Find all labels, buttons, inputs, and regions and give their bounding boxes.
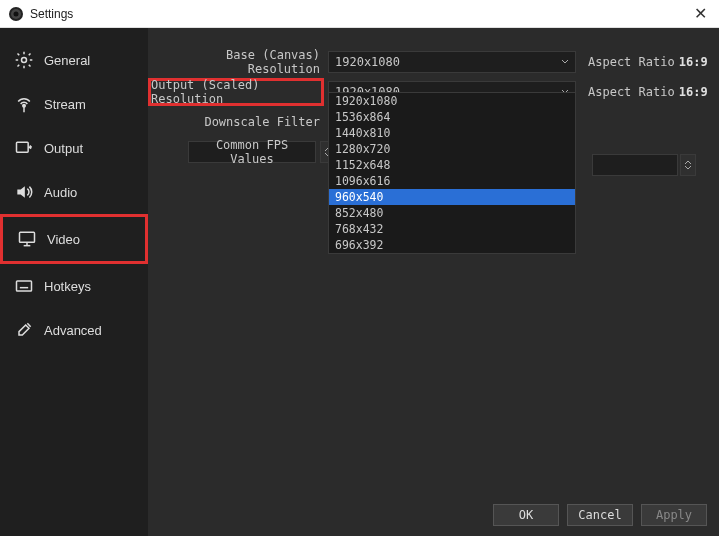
speaker-icon <box>14 182 34 202</box>
svg-rect-6 <box>17 142 29 152</box>
fps-label-wrap: Common FPS Values <box>188 141 318 163</box>
fps-value-combo[interactable] <box>592 154 678 176</box>
base-resolution-row: Base (Canvas) Resolution 1920x1080 Aspec… <box>148 48 719 76</box>
sidebar-item-stream[interactable]: Stream <box>0 82 148 126</box>
monitor-icon <box>17 229 37 249</box>
dropdown-option[interactable]: 852x480 <box>329 205 575 221</box>
sidebar-item-label: Video <box>47 232 80 247</box>
gear-icon <box>14 50 34 70</box>
base-resolution-label: Base (Canvas) Resolution <box>148 48 328 76</box>
svg-rect-7 <box>20 232 35 242</box>
dropdown-option[interactable]: 960x540 <box>329 189 575 205</box>
output-aspect-label: Aspect Ratio <box>588 85 675 99</box>
base-resolution-combo[interactable]: 1920x1080 <box>328 51 576 73</box>
dropdown-option[interactable]: 1920x1080 <box>329 93 575 109</box>
close-button[interactable]: ✕ <box>690 4 711 23</box>
fps-value-wrap <box>592 154 696 176</box>
sidebar-item-label: Audio <box>44 185 77 200</box>
base-resolution-value: 1920x1080 <box>335 55 400 69</box>
window-title: Settings <box>30 7 73 21</box>
keyboard-icon <box>14 276 34 296</box>
sidebar-item-video[interactable]: Video <box>0 214 148 264</box>
dropdown-option[interactable]: 1096x616 <box>329 173 575 189</box>
cancel-button[interactable]: Cancel <box>567 504 633 526</box>
sidebar-item-hotkeys[interactable]: Hotkeys <box>0 264 148 308</box>
sidebar-item-label: Advanced <box>44 323 102 338</box>
sidebar-item-general[interactable]: General <box>0 38 148 82</box>
sidebar-item-label: Hotkeys <box>44 279 91 294</box>
sidebar-item-label: Output <box>44 141 83 156</box>
dropdown-option[interactable]: 696x392 <box>329 237 575 253</box>
sidebar-item-output[interactable]: Output <box>0 126 148 170</box>
sidebar-item-label: General <box>44 53 90 68</box>
base-aspect-label: Aspect Ratio <box>588 55 675 69</box>
titlebar: Settings ✕ <box>0 0 719 28</box>
fps-mode-combo[interactable]: Common FPS Values <box>188 141 316 163</box>
sidebar-item-advanced[interactable]: Advanced <box>0 308 148 352</box>
output-resolution-label: Output (Scaled) Resolution <box>151 78 317 106</box>
main-area: General Stream Output Audio Video Hotkey… <box>0 28 719 536</box>
svg-rect-10 <box>17 281 32 291</box>
base-aspect-value: 16:9 <box>679 55 708 69</box>
sidebar: General Stream Output Audio Video Hotkey… <box>0 28 148 536</box>
downscale-filter-label: Downscale Filter <box>148 115 328 129</box>
sidebar-item-audio[interactable]: Audio <box>0 170 148 214</box>
fps-label: Common FPS Values <box>195 138 309 166</box>
ok-button[interactable]: OK <box>493 504 559 526</box>
video-panel: Base (Canvas) Resolution 1920x1080 Aspec… <box>148 28 719 536</box>
dropdown-option[interactable]: 1152x648 <box>329 157 575 173</box>
output-resolution-dropdown[interactable]: 1920x10801536x8641440x8101280x7201152x64… <box>328 92 576 254</box>
output-aspect-value: 16:9 <box>679 85 708 99</box>
dropdown-option[interactable]: 1536x864 <box>329 109 575 125</box>
tools-icon <box>14 320 34 340</box>
svg-point-3 <box>22 58 27 63</box>
apply-button[interactable]: Apply <box>641 504 707 526</box>
dropdown-option[interactable]: 1440x810 <box>329 125 575 141</box>
chevron-down-icon <box>559 56 571 71</box>
footer-buttons: OK Cancel Apply <box>493 504 707 526</box>
dropdown-option[interactable]: 768x432 <box>329 221 575 237</box>
obs-logo-icon <box>8 6 24 22</box>
output-icon <box>14 138 34 158</box>
sidebar-item-label: Stream <box>44 97 86 112</box>
fps-value-spin[interactable] <box>680 154 696 176</box>
antenna-icon <box>14 94 34 114</box>
svg-point-2 <box>14 11 19 16</box>
dropdown-option[interactable]: 1280x720 <box>329 141 575 157</box>
